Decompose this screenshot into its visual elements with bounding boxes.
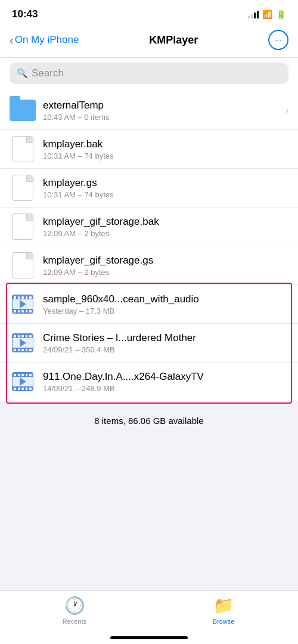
file-icon-wrap bbox=[10, 252, 36, 278]
file-icon-wrap bbox=[10, 369, 36, 395]
list-item[interactable]: kmplayer.gs 10:31 AM – 74 bytes bbox=[0, 169, 298, 208]
file-icon-wrap bbox=[10, 97, 36, 123]
file-meta: 12:09 AM – 2 bytes bbox=[43, 229, 288, 238]
more-button[interactable]: ··· bbox=[268, 30, 288, 50]
file-info: kmplayer.gs 10:31 AM – 74 bytes bbox=[43, 177, 288, 199]
list-item[interactable]: sample_960x40...cean_with_audio Yesterda… bbox=[0, 285, 298, 324]
list-item[interactable]: externalTemp 10:43 AM – 0 items › bbox=[0, 91, 298, 130]
file-name: kmplayer.gs bbox=[43, 177, 288, 189]
search-container: 🔍 Search bbox=[0, 58, 298, 91]
file-meta: Yesterday – 17.3 MB bbox=[43, 306, 288, 315]
recents-icon: 🕐 bbox=[64, 596, 85, 615]
file-name: kmplayer_gif_storage.bak bbox=[43, 216, 288, 228]
file-meta: 10:43 AM – 0 items bbox=[43, 113, 281, 122]
file-info: kmplayer_gif_storage.bak 12:09 AM – 2 by… bbox=[43, 216, 288, 238]
signal-icon bbox=[248, 10, 259, 18]
document-icon bbox=[12, 213, 33, 240]
file-icon-wrap bbox=[10, 175, 36, 201]
status-time: 10:43 bbox=[12, 8, 38, 20]
file-meta: 24/09/21 – 350.4 MB bbox=[43, 345, 288, 354]
video-icon bbox=[12, 333, 33, 352]
video-icon bbox=[12, 372, 33, 391]
search-bar[interactable]: 🔍 Search bbox=[10, 63, 288, 84]
tab-recents[interactable]: 🕐 Recents bbox=[0, 596, 149, 625]
file-name: Crime Stories – I...urdered Mother bbox=[43, 332, 288, 344]
wifi-icon: 📶 bbox=[262, 10, 272, 19]
status-icons: 📶 🔋 bbox=[248, 10, 286, 19]
back-label: On My iPhone bbox=[15, 34, 79, 46]
document-icon bbox=[12, 252, 33, 278]
search-icon: 🔍 bbox=[17, 68, 28, 79]
status-bar: 10:43 📶 🔋 bbox=[0, 0, 298, 25]
home-indicator bbox=[110, 636, 188, 639]
storage-info: 8 items, 86.06 GB available bbox=[0, 401, 298, 438]
browse-icon: 📁 bbox=[213, 596, 234, 615]
file-info: Crime Stories – I...urdered Mother 24/09… bbox=[43, 332, 288, 354]
back-button[interactable]: ‹ On My iPhone bbox=[10, 33, 79, 47]
file-name: kmplayer_gif_storage.gs bbox=[43, 255, 288, 267]
file-name: 911.One.Day.In.A....x264-GalaxyTV bbox=[43, 371, 288, 383]
file-icon-wrap bbox=[10, 330, 36, 356]
document-icon bbox=[12, 175, 33, 201]
document-icon bbox=[12, 136, 33, 162]
file-icon-wrap bbox=[10, 291, 36, 317]
list-item[interactable]: kmplayer_gif_storage.gs 12:09 AM – 2 byt… bbox=[0, 246, 298, 285]
search-placeholder: Search bbox=[32, 67, 64, 79]
file-info: externalTemp 10:43 AM – 0 items bbox=[43, 100, 281, 122]
navigation-header: ‹ On My iPhone KMPlayer ··· bbox=[0, 25, 298, 58]
file-info: kmplayer.bak 10:31 AM – 74 bytes bbox=[43, 138, 288, 160]
ellipsis-icon: ··· bbox=[275, 36, 282, 44]
list-item[interactable]: Crime Stories – I...urdered Mother 24/09… bbox=[0, 324, 298, 363]
tab-recents-label: Recents bbox=[63, 618, 86, 625]
file-meta: 14/09/21 – 248.9 MB bbox=[43, 384, 288, 393]
video-icon bbox=[12, 295, 33, 314]
file-name: externalTemp bbox=[43, 100, 281, 112]
chevron-left-icon: ‹ bbox=[10, 33, 14, 47]
file-name: kmplayer.bak bbox=[43, 138, 288, 150]
file-meta: 12:09 AM – 2 bytes bbox=[43, 268, 288, 277]
file-list: externalTemp 10:43 AM – 0 items › kmplay… bbox=[0, 91, 298, 401]
tab-browse[interactable]: 📁 Browse bbox=[149, 596, 298, 625]
page-title: KMPlayer bbox=[149, 34, 198, 47]
file-name: sample_960x40...cean_with_audio bbox=[43, 293, 288, 305]
battery-icon: 🔋 bbox=[276, 10, 286, 19]
file-meta: 10:31 AM – 74 bytes bbox=[43, 151, 288, 160]
list-item[interactable]: kmplayer_gif_storage.bak 12:09 AM – 2 by… bbox=[0, 208, 298, 246]
list-item[interactable]: 911.One.Day.In.A....x264-GalaxyTV 14/09/… bbox=[0, 363, 298, 401]
file-meta: 10:31 AM – 74 bytes bbox=[43, 190, 288, 199]
file-info: sample_960x40...cean_with_audio Yesterda… bbox=[43, 293, 288, 315]
file-info: kmplayer_gif_storage.gs 12:09 AM – 2 byt… bbox=[43, 255, 288, 277]
file-icon-wrap bbox=[10, 136, 36, 162]
folder-icon bbox=[10, 100, 36, 121]
file-info: 911.One.Day.In.A....x264-GalaxyTV 14/09/… bbox=[43, 371, 288, 393]
file-icon-wrap bbox=[10, 213, 36, 240]
tab-browse-label: Browse bbox=[213, 618, 235, 625]
chevron-right-icon: › bbox=[285, 105, 288, 116]
list-item[interactable]: kmplayer.bak 10:31 AM – 74 bytes bbox=[0, 130, 298, 169]
